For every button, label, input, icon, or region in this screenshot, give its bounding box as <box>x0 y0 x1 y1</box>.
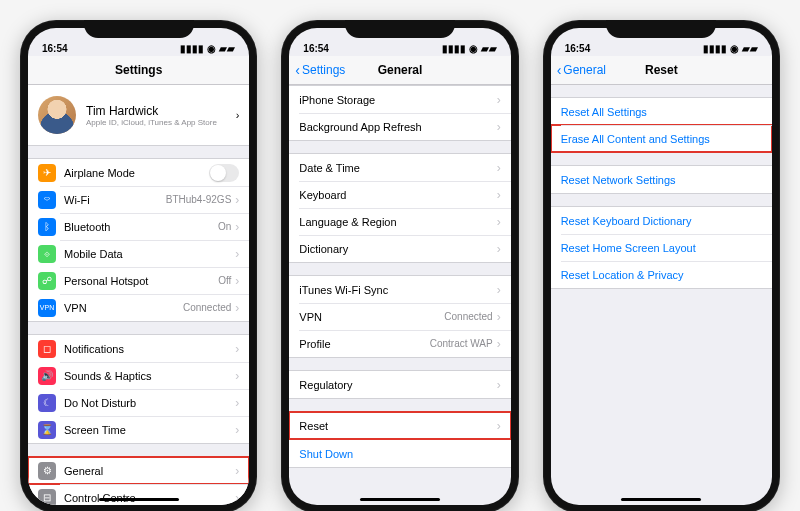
cell-label: Dictionary <box>299 243 496 255</box>
hotspot-icon: ☍ <box>38 272 56 290</box>
cell-label: Regulatory <box>299 379 496 391</box>
group-reset-a: Reset All Settings Erase All Content and… <box>551 97 772 153</box>
cell-label: Language & Region <box>299 216 496 228</box>
chevron-right-icon: › <box>235 369 239 383</box>
cell-mobiledata[interactable]: ⟐ Mobile Data › <box>28 240 249 267</box>
cell-detail: Connected <box>183 302 231 313</box>
back-label: Settings <box>302 63 345 77</box>
airplane-switch[interactable] <box>209 164 239 182</box>
chevron-right-icon: › <box>497 215 501 229</box>
cell-label: Mobile Data <box>64 248 235 260</box>
cell-detail: Off <box>218 275 231 286</box>
signal-icon: ▮▮▮▮ <box>180 43 204 54</box>
profile-cell[interactable]: Tim Hardwick Apple ID, iCloud, iTunes & … <box>28 85 249 146</box>
home-indicator[interactable] <box>99 498 179 501</box>
cell-datetime[interactable]: Date & Time › <box>289 154 510 181</box>
cell-reset-home[interactable]: Reset Home Screen Layout <box>551 234 772 261</box>
cell-label: iPhone Storage <box>299 94 496 106</box>
cell-shutdown[interactable]: Shut Down <box>289 440 510 467</box>
battery-icon: ▰▰ <box>742 43 758 54</box>
chevron-right-icon: › <box>235 301 239 315</box>
battery-icon: ▰▰ <box>481 43 497 54</box>
cell-storage[interactable]: iPhone Storage › <box>289 86 510 113</box>
cell-label: General <box>64 465 235 477</box>
chevron-right-icon: › <box>235 491 239 505</box>
group-reset-b: Reset Network Settings <box>551 165 772 194</box>
general-list[interactable]: iPhone Storage › Background App Refresh … <box>289 85 510 468</box>
cell-itunessync[interactable]: iTunes Wi-Fi Sync › <box>289 276 510 303</box>
cell-erase-all[interactable]: Erase All Content and Settings <box>551 125 772 152</box>
cell-label: Personal Hotspot <box>64 275 218 287</box>
cell-dnd[interactable]: ☾ Do Not Disturb › <box>28 389 249 416</box>
cell-reset[interactable]: Reset › <box>289 412 510 439</box>
cell-detail: Contract WAP <box>430 338 493 349</box>
cell-keyboard[interactable]: Keyboard › <box>289 181 510 208</box>
cell-sounds[interactable]: 🔊 Sounds & Haptics › <box>28 362 249 389</box>
page-title: Reset <box>645 63 678 77</box>
status-icons: ▮▮▮▮ ◉ ▰▰ <box>180 43 235 54</box>
cell-profile[interactable]: Profile Contract WAP › <box>289 330 510 357</box>
cell-dictionary[interactable]: Dictionary › <box>289 235 510 262</box>
cell-regulatory[interactable]: Regulatory › <box>289 371 510 398</box>
group-storage: iPhone Storage › Background App Refresh … <box>289 85 510 141</box>
cell-screentime[interactable]: ⌛ Screen Time › <box>28 416 249 443</box>
battery-icon: ▰▰ <box>219 43 235 54</box>
wifi-icon: ◉ <box>730 43 739 54</box>
avatar <box>38 96 76 134</box>
cell-general[interactable]: ⚙ General › <box>28 457 249 484</box>
cell-notifications[interactable]: ◻ Notifications › <box>28 335 249 362</box>
notifications-icon: ◻ <box>38 340 56 358</box>
cell-reset-keyboard[interactable]: Reset Keyboard Dictionary <box>551 207 772 234</box>
cell-label: Bluetooth <box>64 221 218 233</box>
status-icons: ▮▮▮▮ ◉ ▰▰ <box>703 43 758 54</box>
cell-reset-location[interactable]: Reset Location & Privacy <box>551 261 772 288</box>
cell-bgrefresh[interactable]: Background App Refresh › <box>289 113 510 140</box>
cell-hotspot[interactable]: ☍ Personal Hotspot Off › <box>28 267 249 294</box>
screen: 16:54 ▮▮▮▮ ◉ ▰▰ ‹ General Reset Reset Al… <box>551 28 772 505</box>
chevron-right-icon: › <box>235 464 239 478</box>
cell-label: Keyboard <box>299 189 496 201</box>
settings-list[interactable]: Tim Hardwick Apple ID, iCloud, iTunes & … <box>28 85 249 505</box>
notch <box>84 20 194 38</box>
phone-general: 16:54 ▮▮▮▮ ◉ ▰▰ ‹ Settings General iPhon… <box>281 20 518 511</box>
cell-controlcentre[interactable]: ⊟ Control Centre › <box>28 484 249 505</box>
chevron-right-icon: › <box>235 274 239 288</box>
reset-list[interactable]: Reset All Settings Erase All Content and… <box>551 97 772 289</box>
back-button[interactable]: ‹ Settings <box>295 63 345 77</box>
home-indicator[interactable] <box>621 498 701 501</box>
chevron-right-icon: › <box>235 396 239 410</box>
cell-label: Background App Refresh <box>299 121 496 133</box>
chevron-right-icon: › <box>497 161 501 175</box>
status-time: 16:54 <box>565 43 591 54</box>
back-button[interactable]: ‹ General <box>557 63 606 77</box>
chevron-right-icon: › <box>497 419 501 433</box>
notch <box>606 20 716 38</box>
cell-detail: On <box>218 221 231 232</box>
cell-language[interactable]: Language & Region › <box>289 208 510 235</box>
cell-label: Reset All Settings <box>561 106 762 118</box>
screen: 16:54 ▮▮▮▮ ◉ ▰▰ Settings Tim Hardwick Ap… <box>28 28 249 505</box>
bluetooth-icon: ᛒ <box>38 218 56 236</box>
cell-reset-all[interactable]: Reset All Settings <box>551 98 772 125</box>
cell-vpn[interactable]: VPN VPN Connected › <box>28 294 249 321</box>
screentime-icon: ⌛ <box>38 421 56 439</box>
phone-reset: 16:54 ▮▮▮▮ ◉ ▰▰ ‹ General Reset Reset Al… <box>543 20 780 511</box>
cell-vpn[interactable]: VPN Connected › <box>289 303 510 330</box>
profile-name: Tim Hardwick <box>86 104 217 118</box>
cell-wifi[interactable]: ⌔ Wi-Fi BTHub4-92GS › <box>28 186 249 213</box>
group-shutdown: Shut Down <box>289 440 510 468</box>
cell-airplane[interactable]: ✈ Airplane Mode <box>28 159 249 186</box>
signal-icon: ▮▮▮▮ <box>703 43 727 54</box>
home-indicator[interactable] <box>360 498 440 501</box>
cell-label: Shut Down <box>299 448 500 460</box>
cell-reset-network[interactable]: Reset Network Settings <box>551 166 772 193</box>
nav-header: ‹ General Reset <box>551 56 772 85</box>
group-locale: Date & Time › Keyboard › Language & Regi… <box>289 153 510 263</box>
chevron-right-icon: › <box>235 193 239 207</box>
group-network: ✈ Airplane Mode ⌔ Wi-Fi BTHub4-92GS › ᛒ … <box>28 158 249 322</box>
general-icon: ⚙ <box>38 462 56 480</box>
cell-label: Reset Location & Privacy <box>561 269 762 281</box>
cell-bluetooth[interactable]: ᛒ Bluetooth On › <box>28 213 249 240</box>
signal-icon: ▮▮▮▮ <box>442 43 466 54</box>
cell-label: Wi-Fi <box>64 194 166 206</box>
